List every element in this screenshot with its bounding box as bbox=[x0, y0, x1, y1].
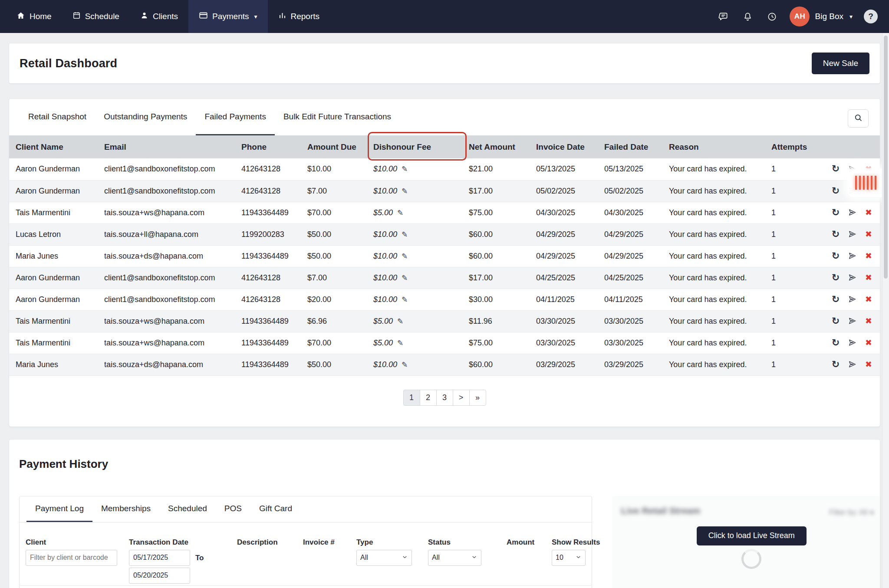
table-row: Maria Junes tais.souza+ds@hapana.com 119… bbox=[9, 245, 880, 267]
search-button[interactable] bbox=[848, 109, 869, 128]
type-select[interactable]: All bbox=[356, 550, 412, 566]
date-to-input[interactable] bbox=[129, 568, 190, 584]
edit-fee-icon[interactable]: ✎ bbox=[402, 164, 408, 173]
barcode-icon bbox=[855, 176, 878, 190]
edit-fee-icon[interactable]: ✎ bbox=[402, 295, 408, 304]
cell-attempts: 1 bbox=[767, 180, 815, 202]
edit-fee-icon[interactable]: ✎ bbox=[397, 338, 403, 347]
send-icon[interactable] bbox=[848, 317, 856, 325]
edit-fee-icon[interactable]: ✎ bbox=[402, 187, 408, 195]
show-results-select[interactable]: 10 bbox=[552, 550, 586, 566]
description-label: Description bbox=[237, 538, 278, 547]
tab-gift-card[interactable]: Gift Card bbox=[250, 496, 301, 522]
send-icon[interactable] bbox=[848, 360, 856, 368]
retry-payment-icon[interactable]: ↻ bbox=[832, 186, 840, 196]
delete-icon[interactable]: ✖ bbox=[865, 208, 872, 217]
edit-fee-icon[interactable]: ✎ bbox=[402, 273, 408, 282]
cell-phone: 11943364489 bbox=[237, 354, 303, 375]
tab-failed-payments[interactable]: Failed Payments bbox=[196, 99, 275, 135]
edit-fee-icon[interactable]: ✎ bbox=[397, 208, 403, 217]
delete-icon[interactable]: ✖ bbox=[865, 252, 872, 260]
tab-pos[interactable]: POS bbox=[216, 496, 250, 522]
col-amount-due[interactable]: Amount Due bbox=[303, 135, 369, 158]
retry-payment-icon[interactable]: ↻ bbox=[832, 230, 840, 239]
edit-fee-icon[interactable]: ✎ bbox=[397, 317, 403, 325]
send-icon[interactable] bbox=[848, 230, 856, 238]
delete-icon[interactable]: ✖ bbox=[865, 273, 872, 282]
nav-item-home[interactable]: Home bbox=[6, 0, 62, 33]
tab-outstanding-payments[interactable]: Outstanding Payments bbox=[95, 99, 196, 135]
bell-icon[interactable] bbox=[741, 10, 754, 23]
help-icon[interactable]: ? bbox=[864, 10, 878, 23]
col-net-amount[interactable]: Net Amount bbox=[464, 135, 532, 158]
send-icon[interactable] bbox=[848, 295, 856, 303]
retail-dashboard-card: Retail Snapshot Outstanding Payments Fai… bbox=[9, 99, 880, 427]
col-failed-date[interactable]: Failed Date bbox=[600, 135, 665, 158]
nav-item-schedule[interactable]: Schedule bbox=[62, 0, 130, 33]
cell-actions: ↻ ✖ bbox=[815, 223, 880, 245]
nav-item-reports[interactable]: Reports bbox=[268, 0, 330, 33]
delete-icon[interactable]: ✖ bbox=[865, 230, 872, 238]
page-button-1[interactable]: 1 bbox=[403, 390, 420, 406]
load-live-stream-button[interactable]: Click to load Live Stream bbox=[697, 526, 807, 545]
scrollbar-thumb[interactable] bbox=[884, 36, 888, 279]
retry-payment-icon[interactable]: ↻ bbox=[832, 316, 840, 326]
type-label: Type bbox=[356, 538, 412, 547]
avatar[interactable]: AH bbox=[790, 7, 810, 26]
delete-icon[interactable]: ✖ bbox=[865, 338, 872, 347]
tab-bulk-edit-future-transactions[interactable]: Bulk Edit Future Transactions bbox=[275, 99, 400, 135]
col-email[interactable]: Email bbox=[100, 135, 237, 158]
date-from-input[interactable] bbox=[129, 550, 190, 566]
retry-payment-icon[interactable]: ↻ bbox=[832, 338, 840, 348]
retry-payment-icon[interactable]: ↻ bbox=[832, 208, 840, 217]
col-phone[interactable]: Phone bbox=[237, 135, 303, 158]
client-filter-input[interactable] bbox=[26, 550, 117, 566]
retry-payment-icon[interactable]: ↻ bbox=[832, 251, 840, 261]
nav-item-clients[interactable]: Clients bbox=[130, 0, 188, 33]
retry-payment-icon[interactable]: ↻ bbox=[832, 164, 840, 174]
pagination: 1 2 3 > » bbox=[9, 376, 880, 425]
page-scrollbar[interactable] bbox=[882, 33, 889, 588]
page-next-button[interactable]: > bbox=[453, 390, 470, 406]
chevron-down-icon: ▾ bbox=[849, 13, 853, 20]
edit-fee-icon[interactable]: ✎ bbox=[402, 230, 408, 239]
chat-icon[interactable] bbox=[717, 10, 730, 23]
live-stream-filter[interactable]: Filter by: All ▾ bbox=[830, 508, 874, 517]
cell-phone: 11943364489 bbox=[237, 310, 303, 332]
delete-icon[interactable]: ✖ bbox=[865, 317, 872, 325]
col-reason[interactable]: Reason bbox=[665, 135, 767, 158]
new-sale-button[interactable]: New Sale bbox=[812, 53, 869, 74]
nav-item-payments[interactable]: Payments ▾ bbox=[188, 0, 268, 33]
col-dishonour-fee[interactable]: Dishonour Fee bbox=[369, 135, 464, 158]
retry-payment-icon[interactable]: ↻ bbox=[832, 273, 840, 283]
page-last-button[interactable]: » bbox=[469, 390, 486, 406]
retry-payment-icon[interactable]: ↻ bbox=[832, 360, 840, 369]
edit-fee-icon[interactable]: ✎ bbox=[402, 360, 408, 369]
nav-utilities: AH Big Box ▾ ? bbox=[717, 0, 889, 33]
col-attempts[interactable]: Attempts bbox=[767, 135, 815, 158]
col-invoice-date[interactable]: Invoice Date bbox=[532, 135, 600, 158]
col-client-name[interactable]: Client Name bbox=[9, 135, 100, 158]
status-select[interactable]: All bbox=[428, 550, 481, 566]
tab-scheduled[interactable]: Scheduled bbox=[159, 496, 216, 522]
delete-icon[interactable]: ✖ bbox=[865, 360, 872, 368]
send-icon[interactable] bbox=[848, 252, 856, 260]
retry-payment-icon[interactable]: ↻ bbox=[832, 295, 840, 304]
tab-memberships[interactable]: Memberships bbox=[92, 496, 159, 522]
dishonour-fee-value: $5.00 bbox=[373, 338, 393, 347]
edit-fee-icon[interactable]: ✎ bbox=[402, 252, 408, 260]
send-icon[interactable] bbox=[848, 338, 856, 347]
credit-card-icon bbox=[199, 11, 208, 22]
send-icon[interactable] bbox=[848, 273, 856, 282]
send-icon[interactable] bbox=[848, 208, 856, 217]
account-menu[interactable]: AH Big Box ▾ bbox=[790, 7, 853, 26]
tab-payment-log[interactable]: Payment Log bbox=[26, 496, 92, 522]
page-button-2[interactable]: 2 bbox=[420, 390, 437, 406]
page-button-3[interactable]: 3 bbox=[436, 390, 453, 406]
delete-icon[interactable]: ✖ bbox=[865, 295, 872, 303]
chevron-down-icon bbox=[402, 554, 408, 562]
dishonour-fee-value: $5.00 bbox=[373, 317, 393, 325]
tab-retail-snapshot[interactable]: Retail Snapshot bbox=[20, 99, 95, 135]
cell-reason: Your card has expired. bbox=[665, 354, 767, 375]
clock-icon[interactable] bbox=[765, 10, 778, 23]
